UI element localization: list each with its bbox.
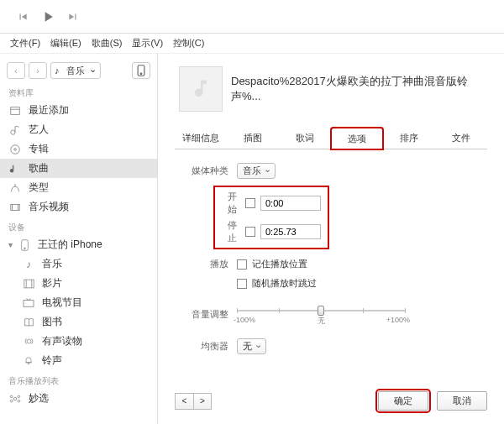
group-playlists: 音乐播放列表 xyxy=(0,370,157,389)
sidebar-item-songs[interactable]: 歌曲 xyxy=(0,159,157,178)
prev-next-pager: < > xyxy=(175,393,212,410)
ok-button[interactable]: 确定 xyxy=(378,391,428,411)
song-title: Despacito%282017火爆欧美的拉丁神曲混音版铃声%... xyxy=(231,74,487,104)
remember-position-label: 记住播放位置 xyxy=(252,258,307,270)
equalizer-select[interactable]: 无 xyxy=(237,338,266,354)
artist-icon xyxy=(8,123,22,137)
sidebar-item-dev-music[interactable]: ♪音乐 xyxy=(0,254,157,274)
nav-back-button[interactable]: ‹ xyxy=(7,62,25,79)
svg-point-13 xyxy=(24,248,25,249)
svg-point-27 xyxy=(10,400,13,402)
remember-position-checkbox[interactable] xyxy=(237,259,247,270)
label-start: 开始 xyxy=(222,191,245,216)
musicvideo-icon xyxy=(8,201,22,214)
next-track-button[interactable] xyxy=(63,7,83,27)
menu-control[interactable]: 控制(C) xyxy=(170,35,207,51)
menu-view[interactable]: 显示(V) xyxy=(129,35,166,51)
disclosure-icon[interactable]: ▾ xyxy=(8,240,13,249)
cancel-button[interactable]: 取消 xyxy=(437,391,487,411)
genres-icon xyxy=(8,181,22,195)
sidebar-label: 类型 xyxy=(29,181,49,195)
song-info-dialog: Despacito%282017火爆欧美的拉丁神曲混音版铃声%... 详细信息 … xyxy=(158,54,504,424)
sidebar-label: 音乐 xyxy=(42,257,62,271)
sidebar-item-albums[interactable]: 专辑 xyxy=(0,139,157,159)
svg-point-21 xyxy=(27,339,31,343)
svg-point-1 xyxy=(140,73,142,75)
slider-max-label: +100% xyxy=(386,316,410,324)
sidebar-item-genres[interactable]: 类型 xyxy=(0,178,157,197)
slider-min-label: -100% xyxy=(234,316,255,324)
svg-rect-17 xyxy=(24,300,34,306)
start-checkbox[interactable] xyxy=(245,198,255,208)
stop-time-input[interactable] xyxy=(260,224,321,239)
sidebar-item-genius[interactable]: 妙选 xyxy=(0,389,157,408)
sidebar-label: 歌曲 xyxy=(29,161,49,175)
svg-point-23 xyxy=(28,364,29,365)
sidebar-label: 图书 xyxy=(42,315,62,329)
audiobook-icon xyxy=(22,335,35,348)
sidebar-label: 王迁的 iPhone xyxy=(38,238,102,252)
tab-artwork[interactable]: 插图 xyxy=(227,127,279,149)
sidebar-item-device[interactable]: ▾王迁的 iPhone xyxy=(0,235,157,254)
tab-info[interactable]: 详细信息 xyxy=(175,127,227,149)
sidebar-label: 铃声 xyxy=(42,353,62,368)
sidebar-item-recent[interactable]: 最近添加 xyxy=(0,101,157,120)
label-media-kind: 媒体种类 xyxy=(175,165,237,177)
prev-track-button[interactable] xyxy=(13,7,33,27)
start-time-input[interactable] xyxy=(260,196,321,211)
device-selector-button[interactable] xyxy=(132,62,150,79)
slider-thumb[interactable] xyxy=(318,306,324,316)
sidebar-label: 影片 xyxy=(42,276,62,291)
label-playback: 播放 xyxy=(175,258,237,270)
sidebar-item-artists[interactable]: 艺人 xyxy=(0,120,157,139)
tab-file[interactable]: 文件 xyxy=(435,127,487,149)
next-song-button[interactable]: > xyxy=(193,393,212,410)
sidebar-label: 音乐视频 xyxy=(29,200,69,214)
svg-point-24 xyxy=(13,397,17,400)
svg-point-7 xyxy=(14,148,17,150)
sidebar-label: 有声读物 xyxy=(42,334,82,348)
menu-edit[interactable]: 编辑(E) xyxy=(47,35,85,51)
play-button[interactable] xyxy=(38,7,58,27)
sidebar-label: 最近添加 xyxy=(29,103,69,118)
menu-songs[interactable]: 歌曲(S) xyxy=(88,35,126,51)
svg-point-4 xyxy=(11,130,15,134)
sidebar-label: 专辑 xyxy=(29,142,49,156)
group-devices: 设备 xyxy=(0,217,157,235)
sidebar-item-dev-books[interactable]: 图书 xyxy=(0,312,157,332)
skip-shuffle-label: 随机播放时跳过 xyxy=(252,277,317,290)
book-icon xyxy=(22,316,35,329)
label-equalizer: 均衡器 xyxy=(175,340,237,353)
tab-sorting[interactable]: 排序 xyxy=(383,127,435,149)
svg-rect-14 xyxy=(24,280,33,288)
volume-slider[interactable]: -100% 无 +100% xyxy=(237,301,405,327)
sidebar-item-musicvideos[interactable]: 音乐视频 xyxy=(0,197,157,217)
album-art-placeholder xyxy=(179,66,223,112)
sidebar-item-dev-tv[interactable]: 电视节目 xyxy=(0,293,157,312)
media-kind-select[interactable]: 音乐 xyxy=(237,163,276,179)
stop-checkbox[interactable] xyxy=(245,227,255,237)
sidebar-label: 妙选 xyxy=(29,391,49,406)
prev-song-button[interactable]: < xyxy=(175,393,193,410)
time-range-highlight: 开始 停止 xyxy=(213,186,329,249)
group-library: 资料库 xyxy=(0,82,157,101)
movie-icon xyxy=(22,277,35,291)
tv-icon xyxy=(22,296,35,310)
songs-icon xyxy=(8,162,22,175)
svg-point-6 xyxy=(11,144,20,154)
nav-fwd-button[interactable]: › xyxy=(29,62,47,79)
tab-lyrics[interactable]: 歌词 xyxy=(279,127,331,149)
phone-icon xyxy=(18,238,31,252)
music-icon: ♪ xyxy=(22,258,35,271)
sidebar-label: 艺人 xyxy=(29,123,49,137)
tab-options[interactable]: 选项 xyxy=(331,128,383,149)
svg-rect-2 xyxy=(11,107,20,114)
skip-shuffle-checkbox[interactable] xyxy=(237,279,247,289)
sidebar-item-dev-movies[interactable]: 影片 xyxy=(0,274,157,293)
sidebar-item-dev-audiobooks[interactable]: 有声读物 xyxy=(0,332,157,351)
tab-bar: 详细信息 插图 歌词 选项 排序 文件 xyxy=(175,127,487,149)
slider-mid-label: 无 xyxy=(318,316,325,327)
library-selector[interactable]: 音乐 xyxy=(50,62,101,79)
menu-file[interactable]: 文件(F) xyxy=(7,35,44,51)
sidebar-item-dev-ringtones[interactable]: 铃声 xyxy=(0,351,157,370)
